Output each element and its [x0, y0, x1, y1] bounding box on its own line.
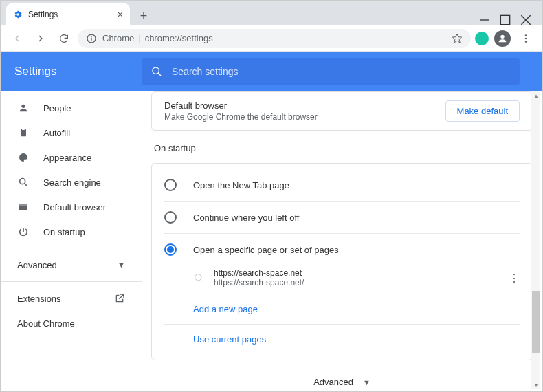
startup-page-entry: https://search-space.net https://search-…: [152, 265, 532, 294]
search-icon: [151, 66, 162, 77]
browser-icon: [17, 202, 30, 213]
default-browser-card: Default browser Make Google Chrome the d…: [151, 91, 533, 131]
search-icon: [17, 177, 30, 188]
sidebar-item-people[interactable]: People: [1, 96, 142, 120]
chevron-down-icon: ▼: [118, 261, 125, 269]
title-bar: Settings × +: [1, 1, 542, 25]
reload-icon: [58, 33, 69, 44]
open-in-new-icon: [114, 293, 125, 304]
sidebar-label: Autofill: [43, 128, 70, 138]
sidebar: People Autofill Appearance Search engine…: [1, 91, 142, 391]
tab-close-icon[interactable]: ×: [118, 9, 123, 20]
advanced-label: Advanced: [313, 377, 353, 387]
globe-icon: [193, 272, 204, 283]
browser-tab[interactable]: Settings ×: [6, 3, 130, 25]
address-prefix: Chrome: [102, 33, 134, 43]
radio-label: Open a specific page or set of pages: [193, 245, 339, 255]
kebab-icon: [520, 33, 531, 44]
main-content: Default browser Make Google Chrome the d…: [142, 91, 542, 391]
svg-rect-15: [22, 128, 25, 130]
reload-button[interactable]: [54, 29, 74, 48]
divider: [1, 281, 142, 282]
address-url: chrome://settings: [145, 33, 213, 43]
scrollbar-thumb[interactable]: [532, 291, 540, 353]
arrow-right-icon: [35, 33, 46, 44]
search-box[interactable]: [142, 58, 520, 85]
menu-button[interactable]: [516, 29, 535, 48]
svg-rect-14: [21, 129, 26, 137]
arrow-left-icon: [12, 33, 23, 44]
forward-button[interactable]: [31, 29, 50, 48]
radio-label: Open the New Tab page: [193, 180, 289, 190]
sidebar-item-appearance[interactable]: Appearance: [1, 145, 142, 170]
about-label: About Chrome: [17, 318, 75, 329]
svg-point-20: [195, 274, 201, 281]
page-more-button[interactable]: ⋮: [509, 272, 520, 285]
startup-option-continue[interactable]: Continue where you left off: [152, 202, 532, 233]
svg-point-8: [525, 34, 527, 36]
use-current-pages-link[interactable]: Use current pages: [152, 325, 532, 354]
add-new-page-link[interactable]: Add a new page: [152, 294, 532, 324]
scrollbar[interactable]: ▲ ▼: [531, 91, 540, 389]
palette-icon: [17, 152, 30, 163]
sidebar-item-default-browser[interactable]: Default browser: [1, 195, 142, 219]
person-icon: [17, 102, 30, 113]
new-tab-button[interactable]: +: [134, 6, 153, 25]
radio-icon-selected: [164, 243, 177, 256]
make-default-button[interactable]: Make default: [445, 100, 520, 122]
svg-rect-1: [500, 15, 509, 24]
radio-icon: [164, 211, 177, 224]
svg-point-11: [153, 67, 159, 74]
extensions-label: Extensions: [17, 294, 61, 304]
chevron-down-icon: ▼: [363, 378, 370, 386]
back-button[interactable]: [8, 29, 27, 48]
browser-toolbar: Chrome | chrome://settings: [1, 25, 542, 52]
section-title-startup: On startup: [154, 143, 530, 153]
toolbar-right: [475, 29, 535, 48]
sidebar-extensions[interactable]: Extensions: [1, 286, 142, 311]
sidebar-label: Default browser: [43, 202, 106, 213]
radio-icon: [164, 179, 177, 191]
startup-option-specific-pages[interactable]: Open a specific page or set of pages: [152, 234, 532, 265]
svg-line-12: [158, 73, 161, 76]
sidebar-advanced[interactable]: Advanced ▼: [1, 252, 142, 277]
radio-label: Continue where you left off: [193, 213, 299, 223]
clipboard-icon: [17, 127, 30, 138]
sidebar-item-on-startup[interactable]: On startup: [1, 219, 142, 244]
maximize-icon[interactable]: [500, 14, 511, 25]
advanced-label: Advanced: [17, 260, 57, 270]
startup-option-new-tab[interactable]: Open the New Tab page: [152, 169, 532, 201]
page-url: https://search-space.net/: [214, 278, 499, 287]
startup-card: Open the New Tab page Continue where you…: [151, 163, 533, 360]
search-input[interactable]: [172, 66, 510, 77]
svg-point-10: [525, 41, 527, 42]
address-bar[interactable]: Chrome | chrome://settings: [78, 29, 471, 48]
svg-point-16: [20, 179, 25, 184]
scroll-down-icon[interactable]: ▼: [532, 381, 540, 389]
app-title: Settings: [14, 65, 142, 78]
card-subtitle: Make Google Chrome the default browser: [164, 112, 318, 122]
advanced-footer[interactable]: Advanced ▼: [151, 360, 533, 391]
page-title: https://search-space.net: [214, 268, 499, 278]
address-divider: |: [138, 33, 140, 43]
svg-point-9: [525, 37, 527, 39]
close-icon[interactable]: [520, 14, 531, 25]
bookmark-star-icon[interactable]: [452, 33, 463, 44]
tab-title: Settings: [28, 10, 118, 19]
svg-rect-19: [19, 204, 27, 206]
app-bar: Settings: [1, 52, 542, 91]
scroll-up-icon[interactable]: ▲: [532, 91, 540, 100]
sidebar-item-autofill[interactable]: Autofill: [1, 120, 142, 145]
sidebar-about[interactable]: About Chrome: [1, 311, 142, 336]
svg-point-13: [21, 105, 25, 108]
svg-line-21: [201, 280, 203, 282]
sidebar-label: Search engine: [43, 177, 101, 188]
card-title: Default browser: [164, 100, 318, 111]
svg-point-6: [91, 36, 92, 36]
profile-avatar-icon[interactable]: [494, 30, 511, 47]
extension-icon[interactable]: [475, 32, 489, 45]
sidebar-label: Appearance: [43, 153, 91, 163]
info-icon: [86, 33, 97, 44]
minimize-icon[interactable]: [479, 14, 490, 25]
sidebar-item-search-engine[interactable]: Search engine: [1, 170, 142, 195]
